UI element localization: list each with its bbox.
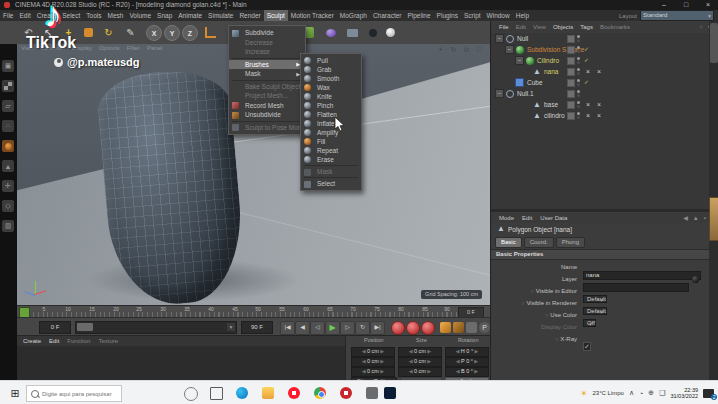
object-row-subdivision-surface[interactable]: − Subdivision Surface ✓ [491, 44, 709, 55]
animation-dot-icon[interactable]: ○ [531, 288, 534, 294]
om-menu-bookmarks[interactable]: Bookmarks [600, 22, 630, 32]
end-frame-field[interactable]: 90 F [241, 321, 273, 334]
am-menu-edit[interactable]: Edit [522, 213, 532, 223]
mat-menu-create[interactable]: Create [23, 337, 41, 346]
om-menu-tags[interactable]: Tags [580, 22, 593, 32]
scale-tool-icon[interactable] [80, 24, 97, 41]
menu-character[interactable]: Character [370, 10, 405, 21]
layer-chip[interactable] [567, 57, 575, 65]
layer-chip[interactable] [567, 68, 575, 76]
opera-icon[interactable] [288, 387, 300, 399]
menu-pipeline[interactable]: Pipeline [404, 10, 433, 21]
menu-item-sculpt-to-pose-morph[interactable]: Sculpt to Pose Morph [229, 123, 305, 133]
tab-coord[interactable]: Coord. [524, 237, 554, 248]
back-arrow-icon[interactable]: ◀ [683, 213, 688, 223]
visibility-dots[interactable] [577, 46, 580, 53]
enable-axis-icon[interactable]: ✛ [2, 180, 14, 192]
start-frame-field[interactable]: 0 F [39, 321, 71, 334]
edge-icon[interactable] [236, 387, 248, 399]
visibility-dots[interactable] [577, 57, 580, 64]
uvw-tag-icon[interactable]: × [597, 66, 601, 77]
menu-simulate[interactable]: Simulate [205, 10, 236, 21]
chrome-icon[interactable] [314, 387, 326, 399]
maximize-view-icon[interactable]: □ [475, 45, 484, 54]
enabled-check-icon[interactable]: ✓ [584, 44, 589, 55]
search-icon[interactable]: ○ [699, 22, 703, 32]
clock[interactable]: 22:3931/03/2022 [670, 387, 698, 399]
uvw-tag-icon[interactable]: × [597, 110, 601, 121]
tray-icon-1[interactable]: ◔ [639, 390, 643, 397]
rotate-tool-icon[interactable]: ↻ [100, 24, 117, 41]
vp-menu-cameras[interactable]: Cameras [41, 44, 65, 53]
layout-dropdown[interactable]: Standard▼ [640, 10, 714, 21]
zoom-icon[interactable]: ⊙ [462, 45, 471, 54]
position-y-field[interactable]: ◀ 0 cm ▶ [351, 357, 395, 367]
collapse-icon[interactable]: − [495, 34, 504, 43]
last-tool-icon[interactable]: ✎ [122, 24, 139, 41]
menu-create[interactable]: Create [34, 10, 60, 21]
menu-item-mask[interactable]: Mask▶ [229, 69, 305, 79]
tray-icon-2[interactable]: ⊕ [648, 389, 654, 397]
vp-menu-display[interactable]: Display [72, 44, 92, 53]
tray-icon-3[interactable]: ❑ [659, 389, 665, 397]
record-keyframe-button[interactable] [391, 321, 405, 335]
vp-menu-panel[interactable]: Panel [147, 44, 162, 53]
next-frame-button[interactable]: ▷ [340, 321, 355, 335]
right-scrollbar[interactable] [709, 21, 718, 380]
collapse-icon[interactable]: − [495, 89, 504, 98]
layer-chip[interactable] [567, 35, 575, 43]
brush-grab[interactable]: Grab [301, 65, 361, 74]
layer-chip[interactable] [567, 90, 575, 98]
vp-menu-options[interactable]: Options [99, 44, 120, 53]
om-menu-file[interactable]: File [499, 22, 509, 32]
om-menu-edit[interactable]: Edit [516, 22, 526, 32]
size-y-field[interactable]: ◀ 0 cm ▶ [398, 357, 442, 367]
animation-dot-icon[interactable]: ○ [521, 300, 524, 306]
menu-help[interactable]: Help [513, 10, 532, 21]
pan-icon[interactable]: + [436, 45, 445, 54]
layer-chip[interactable] [567, 46, 575, 54]
move-tool-icon[interactable]: + [60, 24, 77, 41]
menu-window[interactable]: Window [484, 10, 513, 21]
menu-mesh[interactable]: Mesh [104, 10, 126, 21]
brush-flatten[interactable]: Flatten [301, 110, 361, 119]
prev-key-button[interactable]: ◀ [295, 321, 310, 335]
app-icon-1[interactable] [366, 387, 378, 399]
menu-item-project-mesh[interactable]: Project Mesh... [229, 91, 305, 101]
phong-tag-icon[interactable]: × [586, 110, 590, 121]
visibility-dots[interactable] [577, 68, 580, 75]
uvw-tag-icon[interactable]: × [597, 99, 601, 110]
notification-icon[interactable]: 2 [703, 389, 714, 398]
brush-pinch[interactable]: Pinch [301, 101, 361, 110]
animation-dot-icon[interactable]: ○ [545, 312, 548, 318]
om-menu-objects[interactable]: Objects [553, 22, 573, 32]
xray-checkbox[interactable]: ✓ [583, 342, 591, 351]
brush-knife[interactable]: Knife [301, 92, 361, 101]
add-light-icon[interactable] [382, 24, 399, 41]
menu-item-subdivide[interactable]: Subdivide [229, 28, 305, 38]
visibility-dots[interactable] [577, 112, 580, 119]
position-z-field[interactable]: ◀ 0 cm ▶ [351, 367, 395, 377]
object-row-cilindro[interactable]: − Cilindro ✓ [491, 55, 709, 66]
brush-pull[interactable]: Pull [301, 56, 361, 65]
menu-sculpt[interactable]: Sculpt [264, 10, 288, 21]
brush-select[interactable]: Select [301, 179, 361, 188]
visibility-dots[interactable] [577, 35, 580, 42]
play-button[interactable]: ▶ [325, 321, 340, 335]
maximize-button[interactable]: □ [676, 0, 696, 9]
object-row-null[interactable]: − Null [491, 33, 709, 44]
menu-script[interactable]: Script [461, 10, 484, 21]
folded-panel-tab[interactable] [709, 197, 718, 241]
visibility-dots[interactable] [577, 79, 580, 86]
layer-chip[interactable] [567, 101, 575, 109]
add-spline-icon[interactable] [322, 24, 339, 41]
phong-tag-icon[interactable]: × [586, 99, 590, 110]
snap-icon[interactable]: ◇ [2, 200, 14, 212]
menu-select[interactable]: Select [59, 10, 83, 21]
object-row-null1[interactable]: − Null.1 [491, 88, 709, 99]
material-list-area[interactable] [17, 346, 345, 381]
object-row-base[interactable]: ▲ base ×× [491, 99, 709, 110]
key-scale-icon[interactable] [453, 322, 464, 333]
scrollbar-thumb[interactable] [710, 23, 718, 63]
mat-menu-function[interactable]: Function [67, 337, 90, 346]
